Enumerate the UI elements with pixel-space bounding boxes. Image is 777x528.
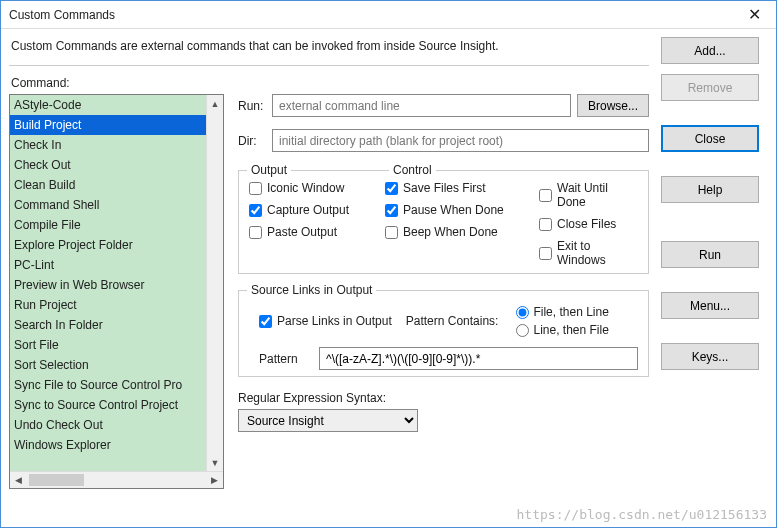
list-item[interactable]: Undo Check Out bbox=[10, 415, 223, 435]
window-title: Custom Commands bbox=[9, 8, 115, 22]
description-text: Custom Commands are external commands th… bbox=[11, 39, 649, 53]
remove-button[interactable]: Remove bbox=[661, 74, 759, 101]
list-item[interactable]: Compile File bbox=[10, 215, 223, 235]
capture-output-checkbox[interactable]: Capture Output bbox=[249, 203, 379, 217]
watermark-text: https://blog.csdn.net/u012156133 bbox=[517, 507, 767, 522]
dir-input[interactable] bbox=[272, 129, 649, 152]
list-item[interactable]: Build Project bbox=[10, 115, 223, 135]
list-item[interactable]: Check Out bbox=[10, 155, 223, 175]
save-files-first-checkbox[interactable]: Save Files First bbox=[385, 181, 539, 195]
h-scroll-thumb[interactable] bbox=[29, 474, 84, 486]
line-then-file-radio[interactable]: Line, then File bbox=[516, 323, 608, 337]
list-item[interactable]: Sort Selection bbox=[10, 355, 223, 375]
list-item[interactable]: Sync to Source Control Project bbox=[10, 395, 223, 415]
list-item[interactable]: Sync File to Source Control Pro bbox=[10, 375, 223, 395]
list-item[interactable]: Explore Project Folder bbox=[10, 235, 223, 255]
source-links-legend: Source Links in Output bbox=[247, 283, 376, 297]
list-item[interactable]: Search In Folder bbox=[10, 315, 223, 335]
title-bar: Custom Commands ✕ bbox=[1, 1, 776, 29]
file-then-line-radio[interactable]: File, then Line bbox=[516, 305, 608, 319]
list-item[interactable]: Preview in Web Browser bbox=[10, 275, 223, 295]
control-legend: Control bbox=[389, 163, 436, 177]
command-listbox[interactable]: AStyle-CodeBuild ProjectCheck InCheck Ou… bbox=[9, 94, 224, 489]
list-item[interactable]: Sort File bbox=[10, 335, 223, 355]
horizontal-scrollbar[interactable]: ◀ ▶ bbox=[10, 471, 223, 488]
add-button[interactable]: Add... bbox=[661, 37, 759, 64]
list-item[interactable]: Check In bbox=[10, 135, 223, 155]
regex-syntax-label: Regular Expression Syntax: bbox=[238, 391, 649, 405]
keys-button[interactable]: Keys... bbox=[661, 343, 759, 370]
run-input[interactable] bbox=[272, 94, 571, 117]
divider bbox=[9, 65, 649, 66]
parse-links-checkbox[interactable]: Parse Links in Output bbox=[259, 314, 392, 328]
close-files-checkbox[interactable]: Close Files bbox=[539, 217, 638, 231]
scroll-left-icon[interactable]: ◀ bbox=[10, 472, 27, 488]
list-item[interactable]: AStyle-Code bbox=[10, 95, 223, 115]
dir-label: Dir: bbox=[238, 134, 266, 148]
command-label: Command: bbox=[11, 76, 224, 90]
iconic-window-checkbox[interactable]: Iconic Window bbox=[249, 181, 379, 195]
pattern-contains-label: Pattern Contains: bbox=[406, 314, 499, 328]
list-item[interactable]: Run Project bbox=[10, 295, 223, 315]
help-button[interactable]: Help bbox=[661, 176, 759, 203]
run-label: Run: bbox=[238, 99, 266, 113]
list-item[interactable]: Command Shell bbox=[10, 195, 223, 215]
run-button[interactable]: Run bbox=[661, 241, 759, 268]
output-legend: Output bbox=[247, 163, 291, 177]
vertical-scrollbar[interactable]: ▲ ▼ bbox=[206, 95, 223, 471]
close-button[interactable]: Close bbox=[661, 125, 759, 152]
window-close-button[interactable]: ✕ bbox=[732, 1, 776, 29]
regex-syntax-select[interactable]: Source Insight bbox=[238, 409, 418, 432]
list-item[interactable]: Clean Build bbox=[10, 175, 223, 195]
scroll-down-icon[interactable]: ▼ bbox=[207, 454, 223, 471]
source-links-group: Source Links in Output Parse Links in Ou… bbox=[238, 290, 649, 377]
output-control-group: Output Control Iconic Window Capture Out… bbox=[238, 170, 649, 274]
browse-button[interactable]: Browse... bbox=[577, 94, 649, 117]
exit-to-windows-checkbox[interactable]: Exit to Windows bbox=[539, 239, 638, 267]
list-item[interactable]: PC-Lint bbox=[10, 255, 223, 275]
scroll-up-icon[interactable]: ▲ bbox=[207, 95, 223, 112]
beep-when-done-checkbox[interactable]: Beep When Done bbox=[385, 225, 539, 239]
menu-button[interactable]: Menu... bbox=[661, 292, 759, 319]
list-item[interactable]: Windows Explorer bbox=[10, 435, 223, 455]
pause-when-done-checkbox[interactable]: Pause When Done bbox=[385, 203, 539, 217]
paste-output-checkbox[interactable]: Paste Output bbox=[249, 225, 379, 239]
wait-until-done-checkbox[interactable]: Wait Until Done bbox=[539, 181, 638, 209]
pattern-input[interactable] bbox=[319, 347, 638, 370]
scroll-right-icon[interactable]: ▶ bbox=[206, 472, 223, 488]
pattern-label: Pattern bbox=[249, 352, 309, 366]
